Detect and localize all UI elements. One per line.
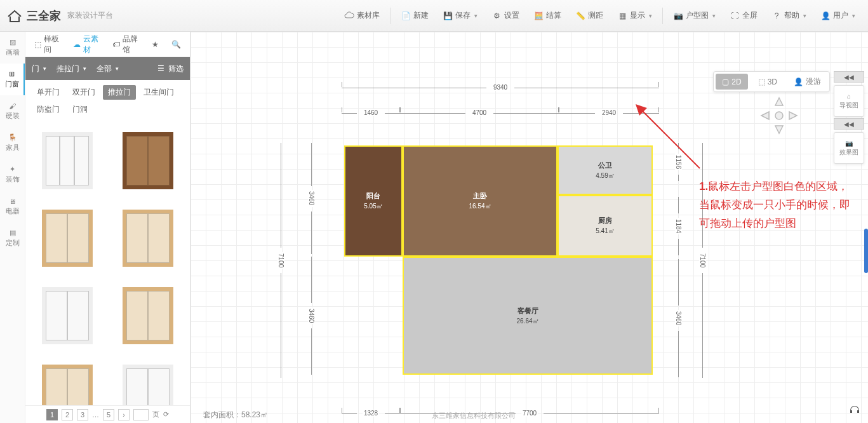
user-button[interactable]: 👤用户▾ bbox=[814, 4, 862, 27]
annotation-arrow bbox=[633, 102, 703, 171]
view-2d[interactable]: ▢2D bbox=[716, 74, 747, 90]
chip-security[interactable]: 防盗门 bbox=[32, 102, 65, 117]
door-select[interactable]: 门▾ bbox=[32, 64, 46, 74]
star-icon: ★ bbox=[152, 40, 159, 49]
person-icon: 👤 bbox=[794, 77, 803, 86]
annotation-text: 1.鼠标左击户型图白色的区域，当鼠标变成一只小手的时候，即可拖动上传的户型图 bbox=[699, 178, 851, 233]
help-button[interactable]: ?帮助▾ bbox=[765, 4, 813, 27]
divider bbox=[662, 8, 663, 24]
door-card[interactable] bbox=[30, 281, 104, 351]
search-button[interactable]: 🔍 bbox=[168, 37, 185, 51]
chip-bath[interactable]: 卫生间门 bbox=[138, 85, 179, 100]
nav-render[interactable]: 📷效果图 bbox=[834, 133, 864, 163]
page-input[interactable] bbox=[133, 409, 149, 420]
measure-button[interactable]: 📏测距 bbox=[569, 4, 610, 27]
caret-icon: ▾ bbox=[712, 13, 716, 19]
floorplan-label: 户型图 bbox=[686, 10, 709, 21]
chip-slide[interactable]: 推拉门 bbox=[103, 85, 136, 100]
page-1[interactable]: 1 bbox=[46, 409, 58, 420]
refresh-icon[interactable]: ⟳ bbox=[163, 410, 169, 419]
floorplan[interactable]: 阳台5.05㎡ 主卧16.54㎡ 公卫4.59㎡ 厨房5.41㎡ 客餐厅26.6… bbox=[342, 143, 659, 378]
room-bath-area: 4.59㎡ bbox=[596, 171, 614, 180]
view-bar: ▢2D ⬚3D 👤漫游 bbox=[713, 71, 830, 92]
svg-marker-0 bbox=[775, 98, 783, 105]
tab-sample[interactable]: ⬚样板间 bbox=[30, 31, 64, 58]
sidetab-custom[interactable]: ▤定制 bbox=[0, 222, 25, 254]
brush-icon: 🖌 bbox=[9, 102, 16, 110]
sidetab-wall[interactable]: ▨画墙 bbox=[0, 32, 25, 64]
page-last[interactable]: 5 bbox=[103, 409, 114, 420]
topbar: 三全家 家装设计平台 素材库 📄新建 💾保存▾ ⚙设置 🧮结算 📏测距 ▦显示▾… bbox=[0, 0, 868, 32]
slide-select[interactable]: 推拉门▾ bbox=[57, 64, 86, 74]
door-card[interactable] bbox=[30, 126, 104, 196]
door-card[interactable] bbox=[112, 358, 185, 405]
collapse-mid[interactable]: ◀◀ bbox=[834, 118, 864, 130]
footer-area: 套内面积：58.23㎡ bbox=[203, 410, 268, 420]
filter-icon: ☰ bbox=[157, 64, 164, 73]
door-card[interactable] bbox=[112, 203, 185, 273]
sidetab-deco-label: 装饰 bbox=[6, 175, 20, 184]
calculate-button[interactable]: 🧮结算 bbox=[527, 4, 568, 27]
window-icon: ⊞ bbox=[9, 70, 15, 78]
all-select-label: 全部 bbox=[97, 64, 112, 74]
room-balcony[interactable]: 阳台5.05㎡ bbox=[344, 145, 403, 257]
sidetab-appliance[interactable]: 🖥电器 bbox=[0, 191, 25, 222]
chip-double[interactable]: 双开门 bbox=[67, 85, 100, 100]
sidetab-window[interactable]: ⊞门窗 bbox=[0, 64, 25, 95]
door-card[interactable] bbox=[30, 203, 104, 273]
nav-guide-label: 导视图 bbox=[839, 101, 858, 110]
cube-icon: ⬚ bbox=[34, 40, 41, 49]
collapse-top[interactable]: ◀◀ bbox=[834, 71, 864, 83]
user-icon: 👤 bbox=[820, 11, 831, 21]
settings-button[interactable]: ⚙设置 bbox=[485, 4, 526, 27]
help-icon: ? bbox=[771, 11, 782, 21]
svg-line-5 bbox=[641, 109, 700, 168]
sidetab-deco[interactable]: ✦装饰 bbox=[0, 159, 25, 191]
filter-button[interactable]: ☰筛选 bbox=[157, 64, 184, 74]
page-3[interactable]: 3 bbox=[77, 409, 88, 420]
sidetab-hard[interactable]: 🖌硬装 bbox=[0, 95, 25, 127]
cloud-icon: ☁ bbox=[73, 40, 81, 49]
new-button[interactable]: 📄新建 bbox=[394, 4, 435, 27]
favorite-button[interactable]: ★ bbox=[148, 37, 163, 51]
divider bbox=[390, 8, 391, 24]
door-card[interactable] bbox=[112, 126, 185, 196]
right-slider[interactable] bbox=[864, 229, 868, 273]
door-card[interactable] bbox=[30, 358, 104, 405]
nav-guide[interactable]: ⌂导视图 bbox=[834, 86, 864, 116]
chip-single[interactable]: 单开门 bbox=[32, 85, 65, 100]
page-2[interactable]: 2 bbox=[62, 409, 73, 420]
room-living[interactable]: 客餐厅26.64㎡ bbox=[403, 257, 653, 375]
annotation-body: 鼠标左击户型图白色的区域，当鼠标变成一只小手的时候，即可拖动上传的户型图 bbox=[699, 180, 850, 229]
door-card[interactable] bbox=[112, 281, 185, 351]
material-lib-button[interactable]: 素材库 bbox=[338, 4, 386, 27]
chip-opening[interactable]: 门洞 bbox=[67, 102, 93, 117]
watermark: 东三维家信息科技有限公司 bbox=[432, 411, 516, 420]
floorplan-button[interactable]: 📷户型图▾ bbox=[667, 4, 722, 27]
cube-icon: ⬚ bbox=[758, 77, 765, 86]
camera-icon: 📷 bbox=[673, 11, 683, 21]
room-master-area: 16.54㎡ bbox=[469, 202, 491, 211]
save-button[interactable]: 💾保存▾ bbox=[436, 4, 484, 27]
nav-cross[interactable] bbox=[760, 97, 798, 135]
view-roam[interactable]: 👤漫游 bbox=[787, 74, 827, 90]
sidetab-furniture[interactable]: 🪑家具 bbox=[0, 127, 25, 159]
room-master[interactable]: 主卧16.54㎡ bbox=[403, 145, 558, 257]
canvas[interactable]: 9340 1460 4700 2940 3460 7100 3460 1156 … bbox=[190, 32, 868, 423]
view-2d-label: 2D bbox=[731, 77, 741, 86]
filter-label: 筛选 bbox=[168, 64, 184, 74]
tab-sample-label: 样板间 bbox=[44, 34, 60, 55]
material-lib-label: 素材库 bbox=[357, 10, 380, 21]
all-select[interactable]: 全部▾ bbox=[97, 64, 119, 74]
view-3d-label: 3D bbox=[768, 77, 777, 86]
view-3d[interactable]: ⬚3D bbox=[752, 74, 784, 90]
display-button[interactable]: ▦显示▾ bbox=[611, 4, 658, 27]
support-icon[interactable] bbox=[848, 403, 862, 417]
page-next[interactable]: › bbox=[118, 409, 130, 420]
caret-icon: ▾ bbox=[649, 13, 652, 19]
tab-cloud[interactable]: ☁云素材 bbox=[69, 31, 103, 58]
room-kitchen[interactable]: 厨房5.41㎡ bbox=[558, 195, 653, 257]
tab-brand[interactable]: 🏷品牌馆 bbox=[109, 31, 143, 58]
chip-row: 单开门 双开门 推拉门 卫生间门 防盗门 门洞 bbox=[25, 80, 190, 122]
fullscreen-button[interactable]: ⛶全屏 bbox=[723, 4, 764, 27]
